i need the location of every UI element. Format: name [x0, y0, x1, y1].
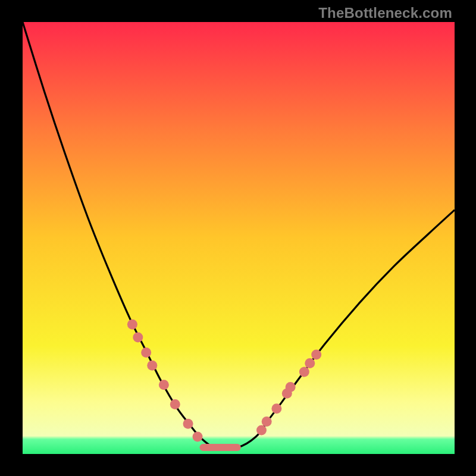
curve-marker: [256, 425, 267, 436]
curve-marker: [147, 361, 157, 371]
curve-marker: [305, 358, 315, 368]
curve-marker: [299, 367, 309, 377]
curve-marker: [159, 380, 169, 390]
curve-marker: [133, 332, 143, 342]
curve-path: [23, 22, 455, 449]
curve-marker: [141, 347, 151, 358]
curve-marker: [286, 382, 296, 392]
curve-marker: [311, 350, 321, 360]
bottleneck-curve: [23, 22, 455, 454]
curve-marker: [193, 431, 203, 441]
chart-stage: TheBottleneck.com: [0, 0, 476, 476]
curve-marker: [183, 419, 193, 429]
curve-markers: [127, 320, 321, 442]
curve-marker: [271, 403, 281, 414]
curve-marker: [170, 399, 180, 409]
curve-marker: [262, 416, 272, 427]
curve-marker: [127, 320, 137, 330]
watermark-text: TheBottleneck.com: [318, 5, 452, 21]
plot-area: [23, 22, 455, 454]
